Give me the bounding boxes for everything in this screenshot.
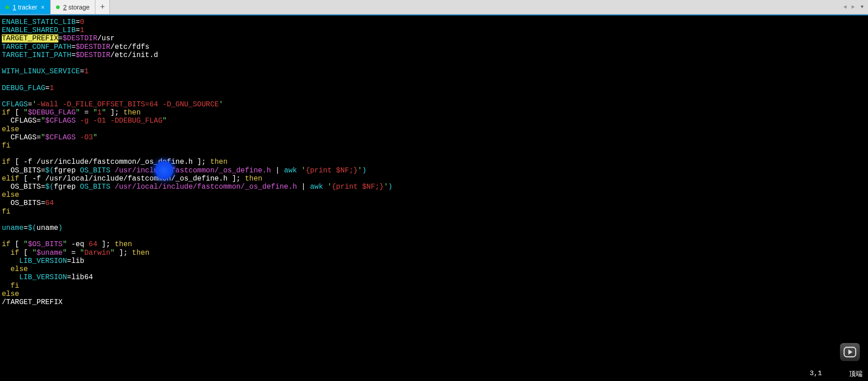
tab-status-dot-icon [56,5,60,9]
vim-status-bar: 3,1 顶端 [810,370,863,378]
tab-storage[interactable]: 2 storage [51,0,95,14]
search-match-highlight: TARGET_PREFIX [2,34,58,43]
nav-forward-icon[interactable]: ► [850,4,856,10]
add-tab-button[interactable]: + [95,0,110,14]
close-icon[interactable]: × [41,4,44,11]
play-icon [844,347,856,357]
svg-marker-1 [849,349,853,355]
tab-bar: 1 tracker × 2 storage + ◄ ► ▼ [0,0,868,14]
tab-bar-nav: ◄ ► ▼ [842,0,868,14]
tab-status-dot-icon [5,5,9,9]
nav-back-icon[interactable]: ◄ [842,4,848,10]
tab-tracker[interactable]: 1 tracker × [0,0,51,14]
tab-label: 1 tracker [13,4,37,11]
code-content: ENABLE_STATIC_LIB=0 ENABLE_SHARED_LIB=1 … [2,18,866,306]
cursor-position: 3,1 [810,370,822,378]
video-play-widget[interactable] [840,343,860,361]
terminal-view[interactable]: ENABLE_STATIC_LIB=0 ENABLE_SHARED_LIB=1 … [0,14,868,381]
vim-search-line: /TARGET_PREFIX [2,298,62,306]
tab-label: 2 storage [63,4,90,11]
dropdown-icon[interactable]: ▼ [858,5,866,10]
scroll-position: 顶端 [849,370,863,378]
